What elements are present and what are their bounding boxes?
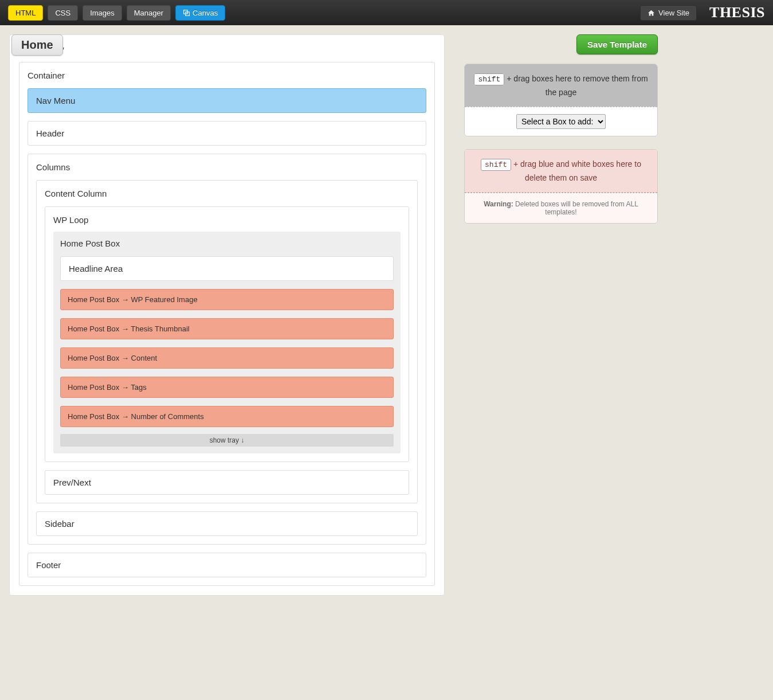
tab-images[interactable]: Images	[83, 5, 122, 21]
tab-canvas[interactable]: Canvas	[175, 5, 225, 21]
box-hook-content[interactable]: Home Post Box → Content	[60, 347, 394, 369]
layers-icon	[183, 9, 190, 17]
topbar: HTML CSS Images Manager Canvas View Site…	[0, 0, 773, 25]
delete-drop-text: shift + drag blue and white boxes here t…	[465, 150, 657, 193]
box-footer[interactable]: Footer	[28, 553, 426, 577]
box-nav-menu-label: Nav Menu	[36, 96, 418, 105]
view-site-button[interactable]: View Site	[640, 5, 697, 21]
box-hook-label: Home Post Box → Tags	[68, 383, 386, 392]
side-column: Save Template shift + drag boxes here to…	[464, 34, 658, 236]
home-icon	[648, 9, 655, 17]
box-hook-label: Home Post Box → Thesis Thumbnail	[68, 324, 386, 333]
save-template-button[interactable]: Save Template	[576, 34, 658, 54]
side-header-row: Save Template	[464, 34, 658, 54]
box-hook-tags[interactable]: Home Post Box → Tags	[60, 377, 394, 398]
view-site-label: View Site	[658, 9, 689, 17]
box-sidebar-label: Sidebar	[45, 519, 409, 529]
box-container[interactable]: Container Nav Menu Header Columns Conten…	[19, 62, 435, 586]
box-footer-label: Footer	[36, 560, 418, 570]
add-box-row: Select a Box to add:	[465, 107, 657, 136]
box-header[interactable]: Header	[28, 121, 426, 146]
box-prev-next-label: Prev/Next	[53, 478, 401, 487]
box-hook-featured-image[interactable]: Home Post Box → WP Featured Image	[60, 289, 394, 310]
shift-key-badge: shift	[481, 159, 511, 171]
canvas-panel: HTML Body Container Nav Menu Header Colu…	[9, 34, 445, 596]
box-nav-menu[interactable]: Nav Menu	[28, 88, 426, 113]
box-header-label: Header	[36, 128, 418, 138]
remove-drop-panel[interactable]: shift + drag boxes here to remove them f…	[464, 64, 658, 136]
box-sidebar[interactable]: Sidebar	[36, 511, 418, 536]
box-content-column[interactable]: Content Column WP Loop Home Post Box Hea…	[36, 180, 418, 503]
delete-drop-panel[interactable]: shift + drag blue and white boxes here t…	[464, 149, 658, 224]
html-body-label: HTML Body	[19, 44, 435, 54]
remove-drop-text: shift + drag boxes here to remove them f…	[465, 64, 657, 107]
box-hook-label: Home Post Box → Content	[68, 354, 386, 362]
box-home-post-box-label: Home Post Box	[60, 238, 394, 248]
box-wp-loop-label: WP Loop	[53, 215, 401, 225]
content-area: HTML Body Container Nav Menu Header Colu…	[0, 25, 773, 605]
box-wp-loop[interactable]: WP Loop Home Post Box Headline Area Home…	[45, 206, 409, 462]
shift-key-badge: shift	[474, 73, 504, 85]
remove-drop-tail: + drag boxes here to remove them from th…	[504, 74, 648, 97]
warning-text: Deleted boxes will be removed from ALL t…	[513, 200, 638, 216]
page-title[interactable]: Home	[11, 34, 63, 56]
box-container-label: Container	[28, 71, 426, 80]
main-column: HTML Body Container Nav Menu Header Colu…	[9, 34, 445, 596]
warning-label: Warning:	[484, 200, 513, 208]
delete-warning-row: Warning: Deleted boxes will be removed f…	[465, 193, 657, 223]
show-tray-toggle[interactable]: show tray ↓	[60, 434, 394, 447]
tab-canvas-label: Canvas	[193, 9, 218, 17]
box-hook-thesis-thumbnail[interactable]: Home Post Box → Thesis Thumbnail	[60, 318, 394, 339]
box-headline-area[interactable]: Headline Area	[60, 256, 394, 281]
box-headline-area-label: Headline Area	[69, 264, 385, 273]
box-hook-num-comments[interactable]: Home Post Box → Number of Comments	[60, 406, 394, 427]
box-hook-label: Home Post Box → WP Featured Image	[68, 295, 386, 304]
box-prev-next[interactable]: Prev/Next	[45, 470, 409, 495]
tab-css[interactable]: CSS	[48, 5, 78, 21]
box-content-column-label: Content Column	[45, 189, 409, 198]
tab-html[interactable]: HTML	[8, 5, 43, 21]
delete-drop-tail: + drag blue and white boxes here to dele…	[511, 159, 641, 182]
box-hook-label: Home Post Box → Number of Comments	[68, 412, 386, 421]
add-box-select[interactable]: Select a Box to add:	[516, 114, 606, 129]
tab-manager[interactable]: Manager	[127, 5, 171, 21]
box-home-post-box-wrap: Home Post Box Headline Area Home Post Bo…	[53, 232, 401, 453]
thesis-logo: THESIS	[709, 4, 765, 21]
box-columns-label: Columns	[36, 162, 418, 172]
box-columns[interactable]: Columns Content Column WP Loop Home Post…	[28, 154, 426, 545]
